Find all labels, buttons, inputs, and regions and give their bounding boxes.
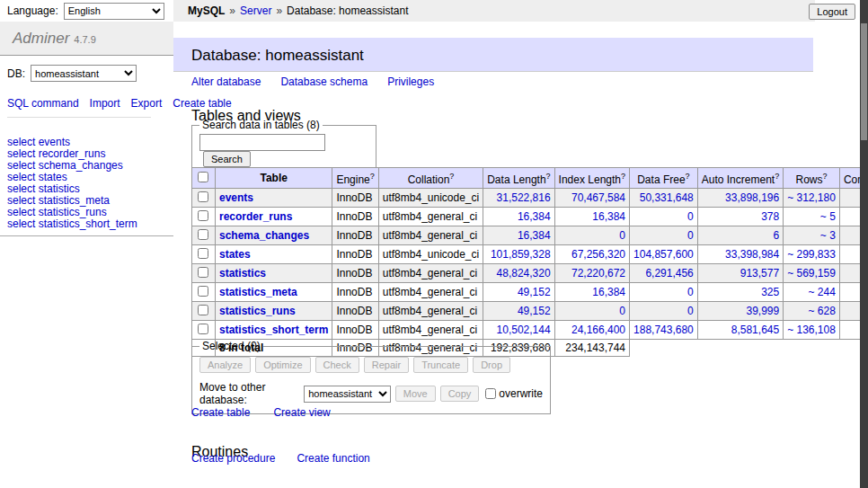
index-length-cell[interactable]: 70,467,584	[554, 189, 629, 208]
table-name-link[interactable]: events	[219, 191, 253, 204]
search-input[interactable]	[199, 134, 325, 151]
table-name-cell: states	[216, 245, 332, 264]
breadcrumb-server-link[interactable]: Server	[240, 4, 271, 17]
column-header: Table	[216, 168, 332, 189]
index-length-cell[interactable]: 24,166,400	[554, 321, 629, 340]
create-link[interactable]: Create table	[191, 406, 250, 419]
auto-increment-cell[interactable]: 33,898,196	[697, 189, 783, 208]
table-name-link[interactable]: statistics_short_term	[219, 324, 328, 336]
help-link[interactable]: ?	[449, 172, 454, 181]
check-button[interactable]: Check	[315, 357, 359, 373]
table-name-link[interactable]: statistics_runs	[219, 305, 296, 317]
row-checkbox[interactable]	[198, 267, 208, 278]
truncate-button[interactable]: Truncate	[413, 357, 468, 373]
rows-cell[interactable]: ~ 3	[784, 226, 840, 245]
rows-cell[interactable]: ~ 136,108	[784, 321, 840, 340]
row-checkbox[interactable]	[198, 229, 208, 240]
data-free-cell[interactable]: 104,857,600	[630, 245, 698, 264]
data-length-cell[interactable]: 31,522,816	[483, 189, 554, 208]
rows-cell[interactable]: ~ 628	[784, 302, 840, 321]
data-length-cell[interactable]: 48,824,320	[483, 264, 554, 283]
rows-cell[interactable]: ~ 5	[784, 208, 840, 226]
auto-increment-cell[interactable]: 33,398,984	[697, 245, 783, 264]
data-length-cell[interactable]: 49,152	[483, 302, 554, 321]
app-version-link[interactable]: 4.7.9	[74, 34, 95, 45]
index-length-cell[interactable]: 16,384	[554, 283, 629, 302]
sidebar-table-link[interactable]: select statistics_short_term	[7, 218, 173, 230]
data-free-cell[interactable]: 0	[630, 226, 698, 245]
row-checkbox[interactable]	[198, 248, 208, 259]
table-name-link[interactable]: recorder_runs	[219, 210, 292, 223]
data-free-cell[interactable]: 0	[630, 208, 698, 226]
row-checkbox[interactable]	[198, 286, 208, 297]
row-checkbox[interactable]	[198, 191, 208, 202]
help-link[interactable]: ?	[370, 172, 375, 181]
search-button[interactable]: Search	[203, 151, 251, 167]
table-name-link[interactable]: schema_changes	[219, 229, 309, 242]
language-select[interactable]: English	[64, 3, 164, 20]
rows-cell[interactable]: ~ 299,833	[784, 245, 840, 264]
overwrite-checkbox[interactable]	[485, 388, 496, 399]
rows-cell[interactable]: ~ 312,180	[784, 189, 840, 208]
drop-button[interactable]: Drop	[473, 357, 510, 373]
table-name-link[interactable]: statistics	[219, 267, 266, 279]
select-all-checkbox[interactable]	[198, 172, 208, 182]
index-length-cell[interactable]: 67,256,320	[554, 245, 629, 264]
row-checkbox[interactable]	[198, 210, 208, 221]
data-free-cell[interactable]: 6,291,456	[630, 264, 698, 283]
index-length-cell[interactable]: 16,384	[554, 208, 629, 226]
repair-button[interactable]: Repair	[364, 357, 409, 373]
data-length-cell[interactable]: 10,502,144	[483, 321, 554, 340]
db-select[interactable]: homeassistant	[31, 65, 137, 82]
sidebar-link[interactable]: Import	[90, 97, 120, 110]
index-length-cell[interactable]: 0	[554, 226, 629, 245]
index-length-cell[interactable]: 0	[554, 302, 629, 321]
logout-button[interactable]: Logout	[809, 4, 855, 20]
data-length-cell[interactable]: 16,384	[483, 208, 554, 226]
data-free-cell[interactable]: 0	[630, 283, 698, 302]
vertical-scrollbar[interactable]	[860, 0, 868, 488]
table-name-link[interactable]: states	[219, 248, 251, 261]
sidebar-link[interactable]: Export	[131, 97, 163, 110]
copy-button[interactable]: Copy	[440, 386, 480, 402]
help-link[interactable]: ?	[823, 172, 828, 181]
optimize-button[interactable]: Optimize	[255, 357, 310, 373]
move-db-select[interactable]: homeassistant	[304, 386, 391, 403]
auto-increment-cell[interactable]: 378	[697, 208, 783, 226]
row-checkbox[interactable]	[198, 324, 208, 334]
data-free-cell[interactable]: 0	[630, 302, 698, 321]
db-action-link[interactable]: Privileges	[387, 75, 434, 88]
data-free-cell[interactable]: 188,743,680	[630, 321, 698, 340]
db-action-link[interactable]: Alter database	[191, 75, 261, 88]
sidebar-link[interactable]: SQL command	[7, 97, 79, 110]
db-action-link[interactable]: Database schema	[280, 75, 368, 88]
data-length-cell[interactable]: 101,859,328	[483, 245, 554, 264]
table-name-link[interactable]: statistics_meta	[219, 286, 297, 298]
create-link[interactable]: Create view	[273, 406, 330, 419]
help-link[interactable]: ?	[546, 172, 551, 181]
auto-increment-cell[interactable]: 325	[697, 283, 783, 302]
breadcrumb: MySQL » Server » Database: homeassistant	[173, 0, 815, 22]
data-length-cell[interactable]: 16,384	[483, 226, 554, 245]
row-checkbox[interactable]	[198, 305, 208, 315]
collation-cell: utf8mb4_general_ci	[378, 264, 483, 283]
auto-increment-cell[interactable]: 39,999	[697, 302, 783, 321]
auto-increment-cell[interactable]: 913,577	[697, 264, 783, 283]
auto-increment-cell[interactable]: 8,581,645	[697, 321, 783, 340]
index-length-cell[interactable]: 72,220,672	[554, 264, 629, 283]
rows-cell[interactable]: ~ 244	[784, 283, 840, 302]
help-link[interactable]: ?	[686, 172, 690, 181]
data-length-cell[interactable]: 49,152	[483, 283, 554, 302]
scrollbar-thumb[interactable]	[861, 23, 867, 140]
routine-link[interactable]: Create procedure	[191, 452, 275, 465]
data-free-cell[interactable]: 50,331,648	[630, 189, 698, 208]
routine-link[interactable]: Create function	[297, 452, 369, 465]
auto-increment-cell[interactable]: 6	[697, 226, 783, 245]
analyze-button[interactable]: Analyze	[199, 357, 251, 373]
collation-cell: utf8mb4_general_ci	[378, 302, 483, 321]
help-link[interactable]: ?	[775, 172, 779, 181]
help-link[interactable]: ?	[621, 172, 625, 181]
move-button[interactable]: Move	[395, 386, 436, 402]
rows-cell[interactable]: ~ 569,159	[784, 264, 840, 283]
table-row: statistics_runsInnoDButf8mb4_general_ci4…	[192, 302, 868, 321]
